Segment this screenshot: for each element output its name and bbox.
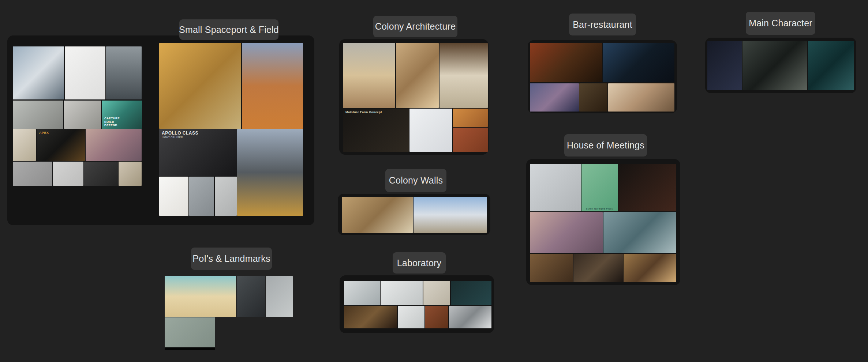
img-lab-pod-render[interactable] [381,281,423,305]
img-moisture-farm-concept[interactable]: Moisture Farm Concept [343,109,409,152]
img-apollo-class-cruiser-text: APOLLO CLASSLIGHT CRUISER [162,131,198,139]
img-dusk-bar-exterior[interactable] [530,83,579,112]
pois-landmarks-label[interactable]: PoI's & Landmarks [191,248,272,270]
img-briefing-room[interactable] [344,306,397,328]
img-dark-tower[interactable] [237,276,265,317]
img-purple-hangar[interactable] [530,212,603,253]
img-saloon-interior[interactable] [530,43,602,82]
colony-walls-label[interactable]: Colony Walls [385,169,446,192]
img-building-sketch[interactable] [53,162,83,186]
img-bar-counter-person[interactable] [579,83,607,112]
img-ship-corridor[interactable] [449,306,491,328]
img-apex-landing-pad-text: APEX [39,131,49,135]
img-portrait-illustration[interactable] [707,41,742,90]
house-of-meetings-label[interactable]: House of Meetings [564,134,647,157]
img-signpost-concept[interactable] [165,317,215,350]
img-nuraghe-map-text: Suelli Nuraghe Piscu [581,207,618,210]
img-sphere-tank-module[interactable] [64,101,101,129]
main-character-label[interactable]: Main Character [746,12,815,35]
img-bunker-hillside-painting[interactable] [237,129,303,216]
img-dark-lab-interior[interactable] [451,281,491,305]
img-nuraghe-map[interactable]: Suelli Nuraghe Piscu [581,164,618,211]
img-desert-village[interactable] [396,43,439,108]
img-colony-map-red[interactable] [453,128,488,152]
img-container-crane-module[interactable] [189,177,214,216]
img-radar-dish-turret[interactable] [13,101,63,129]
img-film-still-front[interactable] [742,41,807,90]
img-mars-outpost[interactable] [425,306,448,328]
img-orange-dome-outpost[interactable] [453,109,488,127]
board-canvas: CAPTURE BUILD DEFENDAPEXAPOLLO CLASSLIGH… [0,0,868,362]
img-fortress-wall-towers[interactable] [414,197,487,233]
img-capture-build-defend-text: CAPTURE BUILD DEFEND [104,117,120,127]
img-desert-wall-gate[interactable] [342,197,413,233]
img-signpost-concept-credit-bar [165,347,215,350]
img-snow-base-concept[interactable] [13,46,64,99]
img-purple-landing-platform[interactable] [86,129,142,161]
bar-restaurant-label[interactable]: Bar-restaurant [569,14,636,35]
laboratory-label[interactable]: Laboratory [393,252,446,274]
img-moisture-farm-concept-text: Moisture Farm Concept [345,110,382,114]
img-reception-interior[interactable] [530,254,573,282]
img-round-table-room[interactable] [573,254,623,282]
colony-architecture-label[interactable]: Colony Architecture [373,16,457,37]
img-dropship-bar-concept[interactable] [608,83,674,112]
img-capture-build-defend[interactable]: CAPTURE BUILD DEFEND [102,101,142,129]
small-spaceport-field-label[interactable]: Small Spaceport & Field [179,19,278,40]
img-iso-lab-module[interactable] [398,306,424,328]
img-dark-spaceport-concept[interactable] [84,162,118,186]
img-great-hall-fireplace[interactable] [624,254,676,282]
img-lab-sketch[interactable] [423,281,450,305]
img-lab-topview[interactable] [344,281,380,305]
img-apex-landing-pad[interactable]: APEX [37,129,85,161]
img-rusty-building-views[interactable] [530,164,581,211]
img-apollo-class-cruiser[interactable]: APOLLO CLASSLIGHT CRUISER [159,129,237,176]
img-white-platform-renders[interactable] [65,46,105,99]
img-apollo-class-cruiser-subtext: LIGHT CRUISER [162,136,198,139]
img-amphitheater-aerial[interactable] [603,212,676,253]
img-mast-tower-render[interactable] [266,276,293,317]
img-drill-tower[interactable] [106,46,142,99]
img-desert-gate-figure[interactable] [343,43,395,108]
img-dome-house-render[interactable] [409,109,452,152]
img-beige-buildings-sketch[interactable] [119,162,142,186]
img-dome-arches-painting[interactable] [165,276,236,317]
img-miniature-model-photo[interactable] [439,43,488,108]
img-scifi-cantina[interactable] [603,43,674,82]
img-rover-truck-renders[interactable] [159,177,188,216]
img-beige-module-renders[interactable] [13,129,36,161]
img-field-dropship-painting[interactable] [242,43,303,129]
img-hex-base-sketch[interactable] [13,162,52,186]
img-wheatfield-spaceport-aerial[interactable] [159,43,241,129]
img-round-assembly-render[interactable] [618,164,676,211]
img-film-still-fedora[interactable] [808,41,854,90]
img-props-parts-sheet[interactable] [215,177,237,216]
